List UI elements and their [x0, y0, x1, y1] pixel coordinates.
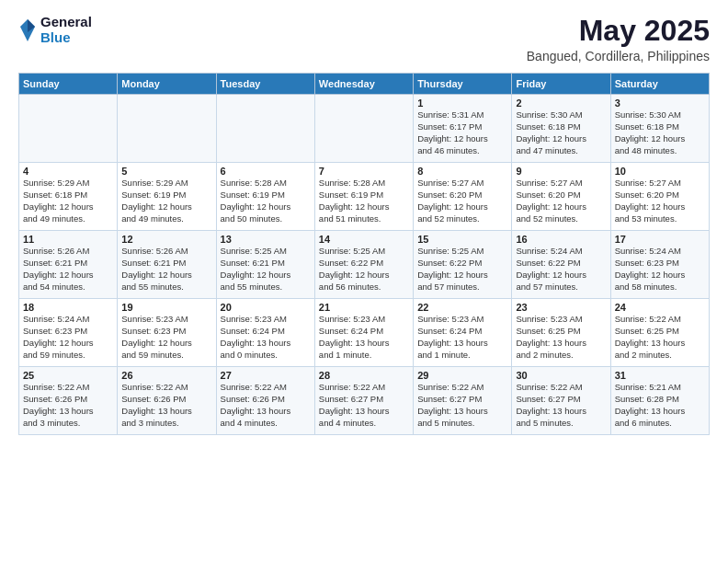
calendar-cell: 31Sunrise: 5:21 AMSunset: 6:28 PMDayligh… — [610, 367, 709, 435]
day-number: 24 — [615, 302, 705, 313]
day-info: Sunrise: 5:28 AMSunset: 6:19 PMDaylight:… — [319, 178, 409, 224]
weekday-header-friday: Friday — [512, 74, 610, 95]
day-info: Sunrise: 5:22 AMSunset: 6:25 PMDaylight:… — [615, 314, 705, 361]
logo: General Blue — [18, 15, 92, 45]
day-info: Sunrise: 5:29 AMSunset: 6:18 PMDaylight:… — [23, 178, 113, 224]
day-info: Sunrise: 5:31 AMSunset: 6:17 PMDaylight:… — [417, 109, 507, 156]
calendar-cell: 24Sunrise: 5:22 AMSunset: 6:25 PMDayligh… — [610, 299, 709, 367]
calendar-week-2: 4Sunrise: 5:29 AMSunset: 6:18 PMDaylight… — [19, 163, 710, 231]
calendar-cell: 17Sunrise: 5:24 AMSunset: 6:23 PMDayligh… — [610, 231, 709, 299]
day-number: 19 — [121, 302, 211, 313]
day-number: 20 — [221, 302, 311, 313]
day-info: Sunrise: 5:24 AMSunset: 6:23 PMDaylight:… — [23, 314, 113, 361]
calendar-cell: 8Sunrise: 5:27 AMSunset: 6:20 PMDaylight… — [414, 163, 512, 231]
day-number: 6 — [221, 166, 311, 177]
calendar-cell: 9Sunrise: 5:27 AMSunset: 6:20 PMDaylight… — [512, 163, 610, 231]
month-title: May 2025 — [527, 15, 710, 47]
day-number: 9 — [516, 166, 606, 177]
calendar-table: SundayMondayTuesdayWednesdayThursdayFrid… — [18, 73, 710, 435]
day-number: 12 — [121, 234, 211, 245]
calendar-cell: 3Sunrise: 5:30 AMSunset: 6:18 PMDaylight… — [610, 95, 709, 163]
day-info: Sunrise: 5:29 AMSunset: 6:19 PMDaylight:… — [121, 178, 211, 224]
day-number: 5 — [121, 166, 211, 177]
calendar-week-5: 25Sunrise: 5:22 AMSunset: 6:26 PMDayligh… — [19, 367, 710, 435]
day-number: 10 — [615, 166, 705, 177]
day-number: 15 — [417, 234, 507, 245]
calendar-cell — [118, 95, 216, 163]
day-info: Sunrise: 5:22 AMSunset: 6:26 PMDaylight:… — [23, 382, 113, 429]
day-number: 4 — [23, 166, 113, 177]
calendar-cell: 20Sunrise: 5:23 AMSunset: 6:24 PMDayligh… — [216, 299, 314, 367]
calendar-cell: 12Sunrise: 5:26 AMSunset: 6:21 PMDayligh… — [118, 231, 216, 299]
calendar-cell: 1Sunrise: 5:31 AMSunset: 6:17 PMDaylight… — [414, 95, 512, 163]
day-info: Sunrise: 5:30 AMSunset: 6:18 PMDaylight:… — [615, 109, 705, 156]
calendar-cell: 11Sunrise: 5:26 AMSunset: 6:21 PMDayligh… — [19, 231, 118, 299]
day-info: Sunrise: 5:22 AMSunset: 6:26 PMDaylight:… — [221, 382, 311, 429]
calendar-cell: 28Sunrise: 5:22 AMSunset: 6:27 PMDayligh… — [314, 367, 413, 435]
calendar-cell: 15Sunrise: 5:25 AMSunset: 6:22 PMDayligh… — [414, 231, 512, 299]
calendar-cell — [314, 95, 413, 163]
weekday-header-sunday: Sunday — [19, 74, 118, 95]
day-info: Sunrise: 5:26 AMSunset: 6:21 PMDaylight:… — [121, 246, 211, 293]
header: General Blue May 2025 Bangued, Cordiller… — [18, 15, 710, 63]
calendar-cell: 4Sunrise: 5:29 AMSunset: 6:18 PMDaylight… — [19, 163, 118, 231]
day-number: 28 — [319, 370, 409, 381]
day-number: 29 — [417, 370, 507, 381]
day-number: 14 — [319, 234, 409, 245]
calendar-week-1: 1Sunrise: 5:31 AMSunset: 6:17 PMDaylight… — [19, 95, 710, 163]
day-info: Sunrise: 5:22 AMSunset: 6:27 PMDaylight:… — [417, 382, 507, 429]
day-number: 16 — [516, 234, 606, 245]
weekday-header-wednesday: Wednesday — [314, 74, 413, 95]
day-info: Sunrise: 5:23 AMSunset: 6:25 PMDaylight:… — [516, 314, 606, 361]
day-info: Sunrise: 5:23 AMSunset: 6:24 PMDaylight:… — [417, 314, 507, 361]
calendar-cell — [19, 95, 118, 163]
logo-general: General — [40, 15, 92, 30]
calendar-cell: 26Sunrise: 5:22 AMSunset: 6:26 PMDayligh… — [118, 367, 216, 435]
day-info: Sunrise: 5:27 AMSunset: 6:20 PMDaylight:… — [615, 178, 705, 224]
day-info: Sunrise: 5:25 AMSunset: 6:22 PMDaylight:… — [417, 246, 507, 293]
day-number: 23 — [516, 302, 606, 313]
day-number: 2 — [516, 98, 606, 109]
calendar-body: 1Sunrise: 5:31 AMSunset: 6:17 PMDaylight… — [19, 95, 710, 435]
calendar-cell: 14Sunrise: 5:25 AMSunset: 6:22 PMDayligh… — [314, 231, 413, 299]
calendar-cell: 13Sunrise: 5:25 AMSunset: 6:21 PMDayligh… — [216, 231, 314, 299]
day-info: Sunrise: 5:25 AMSunset: 6:22 PMDaylight:… — [319, 246, 409, 293]
weekday-header-tuesday: Tuesday — [216, 74, 314, 95]
page-container: General Blue May 2025 Bangued, Cordiller… — [0, 0, 728, 444]
logo-text: General Blue — [40, 15, 92, 45]
weekday-header-monday: Monday — [118, 74, 216, 95]
day-number: 30 — [516, 370, 606, 381]
calendar-cell: 10Sunrise: 5:27 AMSunset: 6:20 PMDayligh… — [610, 163, 709, 231]
day-info: Sunrise: 5:22 AMSunset: 6:27 PMDaylight:… — [319, 382, 409, 429]
day-number: 21 — [319, 302, 409, 313]
day-info: Sunrise: 5:23 AMSunset: 6:24 PMDaylight:… — [319, 314, 409, 361]
calendar-week-3: 11Sunrise: 5:26 AMSunset: 6:21 PMDayligh… — [19, 231, 710, 299]
day-info: Sunrise: 5:23 AMSunset: 6:23 PMDaylight:… — [121, 314, 211, 361]
day-info: Sunrise: 5:22 AMSunset: 6:27 PMDaylight:… — [516, 382, 606, 429]
day-info: Sunrise: 5:21 AMSunset: 6:28 PMDaylight:… — [615, 382, 705, 429]
calendar-cell: 19Sunrise: 5:23 AMSunset: 6:23 PMDayligh… — [118, 299, 216, 367]
day-number: 11 — [23, 234, 113, 245]
day-number: 13 — [221, 234, 311, 245]
calendar-cell — [216, 95, 314, 163]
calendar-cell: 5Sunrise: 5:29 AMSunset: 6:19 PMDaylight… — [118, 163, 216, 231]
calendar-cell: 18Sunrise: 5:24 AMSunset: 6:23 PMDayligh… — [19, 299, 118, 367]
day-info: Sunrise: 5:27 AMSunset: 6:20 PMDaylight:… — [417, 178, 507, 224]
day-info: Sunrise: 5:26 AMSunset: 6:21 PMDaylight:… — [23, 246, 113, 293]
logo-icon — [18, 17, 37, 43]
day-info: Sunrise: 5:24 AMSunset: 6:22 PMDaylight:… — [516, 246, 606, 293]
day-number: 27 — [221, 370, 311, 381]
day-number: 22 — [417, 302, 507, 313]
calendar-cell: 2Sunrise: 5:30 AMSunset: 6:18 PMDaylight… — [512, 95, 610, 163]
day-number: 31 — [615, 370, 705, 381]
calendar-header: SundayMondayTuesdayWednesdayThursdayFrid… — [19, 74, 710, 95]
calendar-cell: 23Sunrise: 5:23 AMSunset: 6:25 PMDayligh… — [512, 299, 610, 367]
day-number: 26 — [121, 370, 211, 381]
calendar-cell: 6Sunrise: 5:28 AMSunset: 6:19 PMDaylight… — [216, 163, 314, 231]
calendar-cell: 27Sunrise: 5:22 AMSunset: 6:26 PMDayligh… — [216, 367, 314, 435]
title-block: May 2025 Bangued, Cordillera, Philippine… — [527, 15, 710, 63]
day-number: 25 — [23, 370, 113, 381]
day-info: Sunrise: 5:27 AMSunset: 6:20 PMDaylight:… — [516, 178, 606, 224]
calendar-cell: 25Sunrise: 5:22 AMSunset: 6:26 PMDayligh… — [19, 367, 118, 435]
calendar-cell: 7Sunrise: 5:28 AMSunset: 6:19 PMDaylight… — [314, 163, 413, 231]
